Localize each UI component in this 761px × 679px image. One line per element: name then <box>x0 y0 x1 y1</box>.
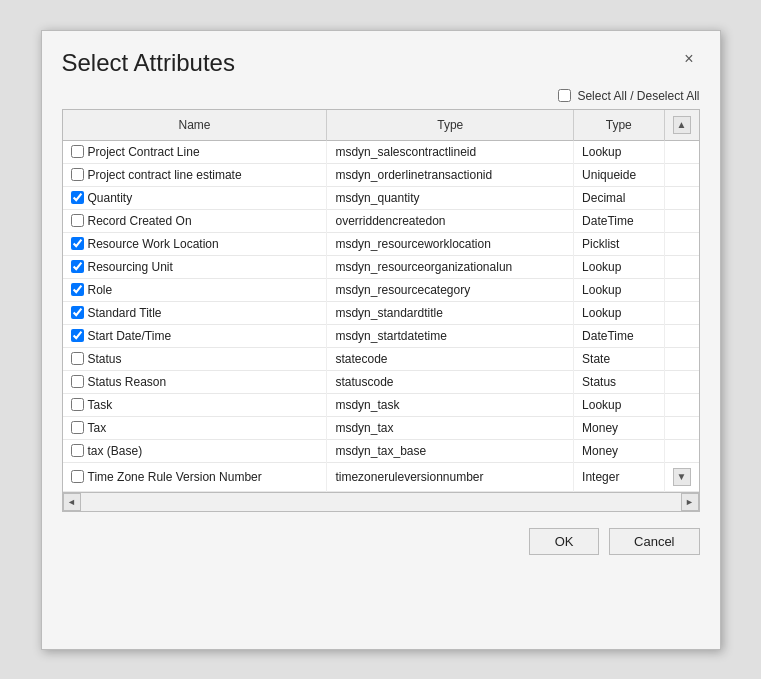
row-name-label: Record Created On <box>88 214 192 228</box>
row-checkbox[interactable] <box>71 237 84 250</box>
row-checkbox[interactable] <box>71 260 84 273</box>
row-name-label: tax (Base) <box>88 444 143 458</box>
row-name-label: Role <box>88 283 113 297</box>
row-name-label: Status Reason <box>88 375 167 389</box>
ok-button[interactable]: OK <box>529 528 599 555</box>
table-row: Status ReasonstatuscodeStatus <box>63 370 699 393</box>
row-checkbox[interactable] <box>71 444 84 457</box>
row-checkbox[interactable] <box>71 352 84 365</box>
row-name-label: Standard Title <box>88 306 162 320</box>
row-checkbox[interactable] <box>71 214 84 227</box>
table-body: Project Contract Linemsdyn_salescontract… <box>63 140 699 491</box>
row-type-display-cell: DateTime <box>574 209 664 232</box>
row-type-name-cell: statecode <box>327 347 574 370</box>
table-row: Resource Work Locationmsdyn_resourcework… <box>63 232 699 255</box>
row-name-label: Resource Work Location <box>88 237 219 251</box>
row-name-label: Resourcing Unit <box>88 260 173 274</box>
row-name-cell: Project contract line estimate <box>63 163 327 186</box>
scroll-down-button[interactable]: ▼ <box>673 468 691 486</box>
row-checkbox[interactable] <box>71 145 84 158</box>
table-row: Resourcing Unitmsdyn_resourceorganizatio… <box>63 255 699 278</box>
row-checkbox[interactable] <box>71 375 84 388</box>
scroll-col <box>664 347 699 370</box>
row-type-display-cell: Integer <box>574 462 664 491</box>
row-name-cell: Standard Title <box>63 301 327 324</box>
row-name-label: Start Date/Time <box>88 329 172 343</box>
scroll-col: ▼ <box>664 462 699 491</box>
row-type-name-cell: msdyn_startdatetime <box>327 324 574 347</box>
row-name-cell: Resource Work Location <box>63 232 327 255</box>
scroll-col <box>664 370 699 393</box>
table-row: Start Date/Timemsdyn_startdatetimeDateTi… <box>63 324 699 347</box>
close-button[interactable]: × <box>678 49 699 69</box>
scroll-col <box>664 416 699 439</box>
row-type-name-cell: msdyn_orderlinetransactionid <box>327 163 574 186</box>
scroll-right-button[interactable]: ► <box>681 493 699 511</box>
row-checkbox[interactable] <box>71 191 84 204</box>
scroll-col <box>664 324 699 347</box>
row-name-label: Tax <box>88 421 107 435</box>
table-row: tax (Base)msdyn_tax_baseMoney <box>63 439 699 462</box>
row-type-name-cell: overriddencreatedon <box>327 209 574 232</box>
scroll-up-col: ▲ <box>664 110 699 141</box>
col-header-name: Name <box>63 110 327 141</box>
row-type-display-cell: Lookup <box>574 140 664 163</box>
row-type-name-cell: msdyn_salescontractlineid <box>327 140 574 163</box>
horizontal-scroll-bar: ◄ ► <box>63 492 699 511</box>
col-header-type-display: Type <box>574 110 664 141</box>
scroll-col <box>664 393 699 416</box>
row-type-display-cell: Uniqueide <box>574 163 664 186</box>
attributes-table-container: Name Type Type ▲ Project Contract Linems… <box>62 109 700 512</box>
scroll-col <box>664 301 699 324</box>
table-header-row: Name Type Type ▲ <box>63 110 699 141</box>
table-row: Project contract line estimatemsdyn_orde… <box>63 163 699 186</box>
row-checkbox[interactable] <box>71 283 84 296</box>
row-type-display-cell: Decimal <box>574 186 664 209</box>
table-row: Quantitymsdyn_quantityDecimal <box>63 186 699 209</box>
table-row: Record Created OnoverriddencreatedonDate… <box>63 209 699 232</box>
row-name-cell: Quantity <box>63 186 327 209</box>
table-row: Project Contract Linemsdyn_salescontract… <box>63 140 699 163</box>
row-name-cell: Role <box>63 278 327 301</box>
row-name-cell: Task <box>63 393 327 416</box>
row-type-display-cell: Money <box>574 416 664 439</box>
row-type-name-cell: msdyn_resourceworklocation <box>327 232 574 255</box>
scroll-col <box>664 439 699 462</box>
h-scroll-track <box>81 493 681 511</box>
scroll-up-button[interactable]: ▲ <box>673 116 691 134</box>
row-type-name-cell: statuscode <box>327 370 574 393</box>
row-checkbox[interactable] <box>71 329 84 342</box>
row-type-name-cell: msdyn_standardtitle <box>327 301 574 324</box>
dialog-footer: OK Cancel <box>42 512 720 571</box>
row-checkbox[interactable] <box>71 470 84 483</box>
row-name-cell: Tax <box>63 416 327 439</box>
attributes-table: Name Type Type ▲ Project Contract Linems… <box>63 110 699 492</box>
row-type-name-cell: msdyn_resourcecategory <box>327 278 574 301</box>
table-row: Taskmsdyn_taskLookup <box>63 393 699 416</box>
dialog-title: Select Attributes <box>62 49 235 77</box>
scroll-col <box>664 163 699 186</box>
select-all-checkbox[interactable] <box>558 89 571 102</box>
row-type-name-cell: timezoneruleversionnumber <box>327 462 574 491</box>
row-name-cell: Status Reason <box>63 370 327 393</box>
scroll-col <box>664 278 699 301</box>
scroll-col <box>664 186 699 209</box>
cancel-button[interactable]: Cancel <box>609 528 699 555</box>
row-type-display-cell: Lookup <box>574 255 664 278</box>
row-type-display-cell: State <box>574 347 664 370</box>
select-all-label[interactable]: Select All / Deselect All <box>577 89 699 103</box>
table-row: Rolemsdyn_resourcecategoryLookup <box>63 278 699 301</box>
row-checkbox[interactable] <box>71 398 84 411</box>
row-type-name-cell: msdyn_quantity <box>327 186 574 209</box>
row-name-label: Status <box>88 352 122 366</box>
row-name-label: Time Zone Rule Version Number <box>88 470 262 484</box>
row-checkbox[interactable] <box>71 421 84 434</box>
row-checkbox[interactable] <box>71 168 84 181</box>
table-row: Taxmsdyn_taxMoney <box>63 416 699 439</box>
row-type-name-cell: msdyn_resourceorganizationalun <box>327 255 574 278</box>
scroll-left-button[interactable]: ◄ <box>63 493 81 511</box>
row-checkbox[interactable] <box>71 306 84 319</box>
scroll-col <box>664 255 699 278</box>
row-name-cell: Resourcing Unit <box>63 255 327 278</box>
row-type-name-cell: msdyn_task <box>327 393 574 416</box>
